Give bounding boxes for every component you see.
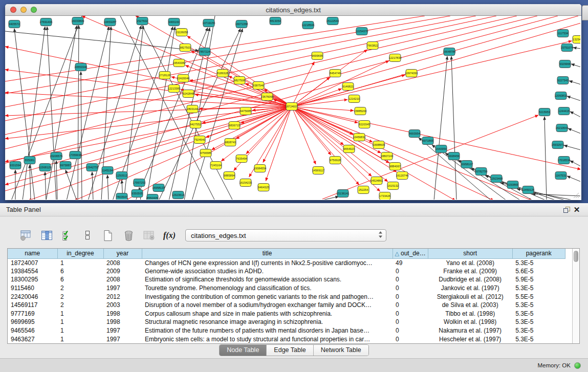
table-cell[interactable]: 2 (57, 292, 103, 301)
table-cell[interactable]: 9115460 (8, 284, 57, 293)
table-cell[interactable]: 0 (393, 310, 428, 318)
citation-network-graph[interactable]: 9405572276914061603380910653287152760294… (5, 16, 580, 200)
table-cell[interactable]: Dudbridge et al. (2008) (428, 275, 512, 284)
table-cell[interactable]: Wolkin et al. (1998) (428, 318, 512, 326)
graph-node[interactable]: 12093832 (555, 92, 568, 100)
graph-node[interactable]: 15136141 (337, 190, 350, 198)
graph-node[interactable]: 1527602 (137, 17, 148, 25)
graph-node[interactable]: 13226058 (176, 29, 188, 36)
table-cell[interactable]: 2008 (103, 275, 142, 284)
table-cell[interactable]: 0 (393, 275, 428, 284)
graph-node[interactable]: 9242848 (183, 90, 194, 98)
table-row[interactable]: 2242004622012Investigating the contribut… (8, 292, 565, 301)
table-cell[interactable]: 9777169 (8, 310, 57, 318)
table-cell[interactable]: Embryonic stem cells: a model to study s… (142, 335, 393, 343)
graph-node[interactable]: 16782759 (475, 168, 488, 176)
delete-trash-icon[interactable] (121, 228, 136, 243)
table-row[interactable]: 1456911722003Disruption of a novel membe… (8, 301, 565, 310)
table-cell[interactable]: 0 (393, 284, 428, 293)
table-selector-dropdown[interactable]: citations_edges.txt (185, 229, 386, 242)
table-cell[interactable]: 0 (393, 335, 428, 343)
tab-node-table[interactable]: Node Table (220, 345, 266, 356)
table-cell[interactable]: 19384554 (8, 267, 57, 276)
graph-node[interactable]: 14569117 (312, 167, 324, 174)
graph-node[interactable]: 16543382 (173, 59, 186, 67)
table-cell[interactable]: 2009 (103, 267, 142, 276)
column-header-name[interactable]: name (8, 249, 57, 258)
table-cell[interactable]: 1998 (103, 318, 142, 326)
graph-node[interactable]: 7245164 (210, 162, 222, 169)
graph-node[interactable]: 252254 (358, 186, 369, 194)
table-cell[interactable]: 2 (57, 284, 103, 293)
network-canvas[interactable]: 9405572276914061603380910653287152760294… (5, 16, 580, 200)
table-row[interactable]: 946362711997Embryonic stem cells: a mode… (8, 335, 565, 343)
graph-node[interactable]: 16033809 (72, 17, 84, 25)
graph-node[interactable]: 8215953 (539, 108, 550, 116)
network-window-titlebar[interactable]: citations_edges.txt (5, 4, 581, 16)
graph-node[interactable]: 16958107 (461, 161, 473, 168)
table-settings-icon[interactable] (18, 228, 34, 243)
table-cell[interactable]: 9463627 (8, 335, 57, 343)
table-cell[interactable]: 5.3E-5 (512, 318, 565, 326)
table-row[interactable]: 977716911998Corpus callosum shape and si… (8, 310, 565, 318)
graph-node[interactable]: 12923468 (490, 175, 503, 183)
memory-ok-indicator-icon[interactable] (574, 362, 581, 369)
graph-node[interactable]: 20553346 (75, 63, 88, 71)
graph-node[interactable]: 16154235 (239, 179, 252, 187)
graph-node[interactable]: 15122543 (326, 17, 339, 25)
tab-edge-table[interactable]: Edge Table (266, 345, 313, 356)
graph-node[interactable]: 9464325 (258, 184, 269, 191)
graph-node[interactable]: 1167531 (555, 172, 567, 180)
table-cell[interactable]: 5.3E-5 (512, 258, 565, 267)
graph-node[interactable]: 15885200 (354, 107, 367, 115)
graph-node[interactable]: 1145194 (102, 167, 113, 174)
table-row[interactable]: 969969511998Structural magnetic resonanc… (8, 318, 565, 326)
table-scrollbar[interactable] (572, 249, 579, 343)
graph-node[interactable]: 7663822 (367, 42, 378, 50)
graph-node[interactable]: 19384554 (254, 165, 267, 172)
window-resize-grip[interactable] (572, 191, 579, 199)
table-cell[interactable]: 5.3E-5 (512, 326, 565, 335)
graph-node[interactable]: 15751074 (561, 44, 574, 52)
column-header-in_degree[interactable]: in_degree (57, 249, 103, 258)
table-cell[interactable]: 1 (57, 326, 103, 335)
table-cell[interactable]: 6 (57, 267, 103, 276)
table-cell[interactable]: 1997 (103, 335, 142, 343)
table-cell[interactable]: 9465546 (8, 326, 57, 335)
table-cell[interactable]: 1998 (103, 310, 142, 318)
graph-node[interactable]: 2803144 (187, 105, 198, 113)
graph-node[interactable]: 7635494 (236, 155, 247, 163)
graph-node[interactable]: 9427552 (190, 121, 201, 128)
table-scrollbar-thumb[interactable] (574, 251, 578, 262)
table-cell[interactable]: 2008 (103, 258, 142, 267)
graph-node[interactable]: 9699695 (312, 52, 323, 60)
graph-node[interactable]: 7857224 (199, 48, 210, 56)
graph-node[interactable]: 8813054 (270, 17, 281, 25)
graph-node[interactable]: 10653287 (104, 18, 117, 26)
graph-node[interactable]: 16671358 (235, 20, 248, 28)
table-cell[interactable]: 1 (57, 258, 103, 267)
graph-node[interactable]: 9405572 (9, 20, 20, 28)
table-row[interactable]: 1872400712008Changes of HCN gene express… (8, 258, 565, 267)
table-cell[interactable]: 0 (393, 301, 428, 310)
table-cell[interactable]: 14569117 (8, 301, 57, 310)
graph-node[interactable]: 18724007 (286, 103, 298, 111)
graph-node[interactable]: 8454749 (330, 70, 341, 77)
graph-node[interactable]: 9756928 (330, 157, 341, 164)
graph-node[interactable]: 27691406 (40, 18, 53, 26)
graph-node[interactable]: 9836715 (229, 122, 240, 129)
table-cell[interactable]: 1997 (103, 284, 142, 293)
table-cell[interactable]: 2012 (103, 292, 142, 301)
table-cell[interactable]: Franke et al. (2009) (428, 267, 512, 276)
graph-node[interactable]: 9756585 (200, 149, 211, 157)
graph-node[interactable]: 9884067 (389, 163, 401, 170)
graph-node[interactable]: 10974393 (405, 70, 418, 77)
table-cell[interactable]: 6 (57, 275, 103, 284)
table-cell[interactable]: 1 (57, 335, 103, 343)
column-header-short[interactable]: short (428, 249, 512, 258)
tab-network-table[interactable]: Network Table (313, 345, 368, 356)
graph-node[interactable]: 9387546 (253, 82, 264, 90)
zoom-window-button[interactable] (31, 7, 37, 13)
graph-node[interactable]: 9827503 (180, 44, 191, 52)
graph-node[interactable]: 22420046 (177, 75, 190, 82)
